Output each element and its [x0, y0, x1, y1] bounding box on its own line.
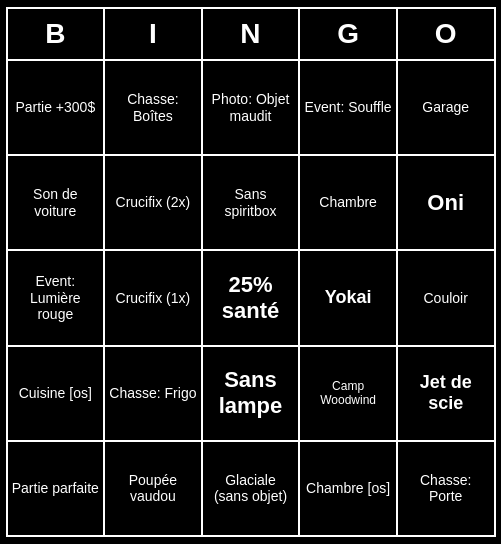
bingo-row: Partie parfaitePoupée vaudouGlaciale (sa… [8, 440, 494, 535]
bingo-cell: Chasse: Frigo [105, 347, 203, 440]
header-letter: I [105, 9, 203, 59]
bingo-cell: Jet de scie [398, 347, 494, 440]
bingo-cell: Glaciale (sans objet) [203, 442, 301, 535]
bingo-cell: Oni [398, 156, 494, 249]
bingo-row: Cuisine [os]Chasse: FrigoSans lampeCamp … [8, 345, 494, 440]
bingo-row: Event: Lumière rougeCrucifix (1x)25% san… [8, 249, 494, 344]
bingo-cell: Son de voiture [8, 156, 106, 249]
bingo-cell: Chasse: Porte [398, 442, 494, 535]
bingo-header: BINGO [8, 9, 494, 59]
bingo-cell: Event: Lumière rouge [8, 251, 106, 344]
bingo-cell: Chambre [os] [300, 442, 398, 535]
bingo-cell: Partie parfaite [8, 442, 106, 535]
bingo-cell: Chambre [300, 156, 398, 249]
bingo-cell: Sans spiritbox [203, 156, 301, 249]
bingo-cell: Event: Souffle [300, 61, 398, 154]
bingo-row: Son de voitureCrucifix (2x)Sans spiritbo… [8, 154, 494, 249]
bingo-cell: Chasse: Boîtes [105, 61, 203, 154]
bingo-cell: Cuisine [os] [8, 347, 106, 440]
bingo-cell: Couloir [398, 251, 494, 344]
bingo-cell: Poupée vaudou [105, 442, 203, 535]
header-letter: O [398, 9, 494, 59]
bingo-cell: Crucifix (2x) [105, 156, 203, 249]
bingo-cell: Crucifix (1x) [105, 251, 203, 344]
bingo-cell: 25% santé [203, 251, 301, 344]
bingo-grid: Partie +300$Chasse: BoîtesPhoto: Objet m… [8, 59, 494, 535]
bingo-cell: Sans lampe [203, 347, 301, 440]
bingo-cell: Photo: Objet maudit [203, 61, 301, 154]
bingo-row: Partie +300$Chasse: BoîtesPhoto: Objet m… [8, 59, 494, 154]
bingo-cell: Garage [398, 61, 494, 154]
bingo-cell: Partie +300$ [8, 61, 106, 154]
bingo-card: BINGO Partie +300$Chasse: BoîtesPhoto: O… [6, 7, 496, 537]
header-letter: B [8, 9, 106, 59]
header-letter: N [203, 9, 301, 59]
bingo-cell: Yokai [300, 251, 398, 344]
header-letter: G [300, 9, 398, 59]
bingo-cell: Camp Woodwind [300, 347, 398, 440]
